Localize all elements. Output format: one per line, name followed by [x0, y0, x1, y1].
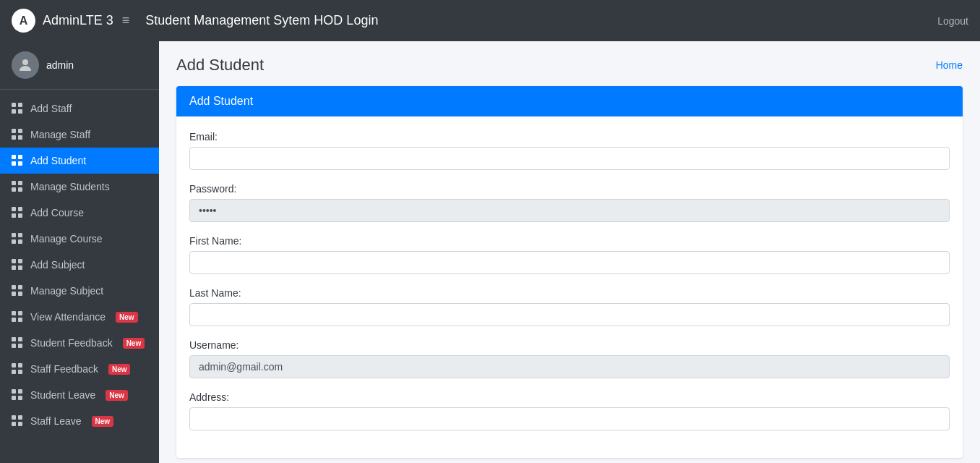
username-group: Username: [189, 339, 950, 378]
badge-new: New [92, 416, 114, 427]
sidebar-item-label: Add Subject [30, 259, 85, 271]
badge-new: New [123, 338, 145, 349]
grid-icon [12, 155, 23, 166]
password-label: Password: [189, 183, 950, 195]
grid-icon [12, 285, 23, 297]
sidebar-item-view-attendance[interactable]: View AttendanceNew [0, 304, 159, 330]
last-name-field[interactable] [189, 303, 950, 326]
badge-new: New [108, 364, 131, 375]
grid-icon [12, 337, 23, 349]
sidebar-item-label: Manage Course [30, 233, 103, 245]
navbar-title: Student Management Sytem HOD Login [145, 13, 378, 28]
address-group: Address: [189, 391, 950, 430]
password-group: Password: [189, 183, 950, 222]
breadcrumb-home[interactable]: Home [936, 59, 963, 71]
sidebar-item-add-student[interactable]: Add Student [0, 148, 159, 174]
sidebar-item-add-staff[interactable]: Add Staff [0, 95, 159, 122]
svg-point-0 [22, 59, 28, 65]
page-header: Add Student Home [176, 56, 963, 75]
sidebar-item-add-subject[interactable]: Add Subject [0, 252, 159, 278]
sidebar-user: admin [0, 41, 159, 90]
first-name-field[interactable] [189, 251, 950, 274]
sidebar: admin Add StaffManage StaffAdd StudentMa… [0, 41, 159, 463]
grid-icon [12, 311, 23, 323]
navbar: A AdminLTE 3 ≡ Student Management Sytem … [0, 0, 980, 41]
badge-new: New [106, 390, 128, 401]
sidebar-item-label: Manage Students [30, 181, 110, 192]
sidebar-item-manage-students[interactable]: Manage Students [0, 174, 159, 200]
last-name-label: Last Name: [189, 287, 950, 299]
menu-toggle-icon[interactable]: ≡ [122, 13, 130, 28]
grid-icon [12, 389, 23, 401]
sidebar-item-label: Add Student [30, 155, 86, 166]
card-body: Email: Password: First Name: Last Name: [176, 116, 963, 458]
sidebar-item-manage-course[interactable]: Manage Course [0, 226, 159, 252]
navbar-brand: A AdminLTE 3 [12, 9, 113, 33]
brand-logo: A [12, 9, 35, 33]
sidebar-item-add-course[interactable]: Add Course [0, 200, 159, 226]
grid-icon [12, 181, 23, 192]
sidebar-item-label: Add Staff [30, 103, 72, 114]
username-field[interactable] [189, 355, 950, 378]
sidebar-item-label: Staff Leave [30, 415, 82, 427]
sidebar-item-manage-subject[interactable]: Manage Subject [0, 278, 159, 304]
grid-icon [12, 207, 23, 218]
email-field[interactable] [189, 147, 950, 170]
email-group: Email: [189, 131, 950, 170]
card-header: Add Student [176, 86, 963, 116]
navbar-left: A AdminLTE 3 ≡ Student Management Sytem … [12, 9, 378, 33]
username-label: Username: [189, 339, 950, 351]
sidebar-item-student-feedback[interactable]: Student FeedbackNew [0, 330, 159, 356]
sidebar-item-label: Student Feedback [30, 337, 113, 349]
grid-icon [12, 129, 23, 140]
first-name-label: First Name: [189, 235, 950, 247]
sidebar-item-staff-leave[interactable]: Staff LeaveNew [0, 408, 159, 434]
sidebar-item-label: Student Leave [30, 389, 95, 401]
email-label: Email: [189, 131, 950, 143]
brand-name: AdminLTE 3 [43, 13, 113, 28]
grid-icon [12, 363, 23, 375]
logout-button[interactable]: Logout [937, 15, 968, 27]
grid-icon [12, 415, 23, 427]
grid-icon [12, 259, 23, 271]
address-label: Address: [189, 391, 950, 403]
sidebar-item-staff-feedback[interactable]: Staff FeedbackNew [0, 356, 159, 382]
main-content: Add Student Home Add Student Email: Pass… [159, 41, 980, 463]
sidebar-item-student-leave[interactable]: Student LeaveNew [0, 382, 159, 408]
sidebar-nav: Add StaffManage StaffAdd StudentManage S… [0, 90, 159, 440]
grid-icon [12, 103, 23, 114]
last-name-group: Last Name: [189, 287, 950, 326]
sidebar-item-label: Manage Staff [30, 129, 90, 140]
sidebar-item-label: Staff Feedback [30, 363, 98, 375]
page-title: Add Student [176, 56, 264, 75]
address-field[interactable] [189, 407, 950, 430]
grid-icon [12, 233, 23, 245]
username-display: admin [46, 59, 74, 71]
layout: admin Add StaffManage StaffAdd StudentMa… [0, 41, 980, 463]
first-name-group: First Name: [189, 235, 950, 274]
badge-new: New [116, 312, 138, 323]
sidebar-item-label: Manage Subject [30, 285, 103, 297]
add-student-card: Add Student Email: Password: First Name:… [176, 86, 963, 458]
sidebar-item-label: Add Course [30, 207, 84, 218]
sidebar-item-label: View Attendance [30, 311, 106, 323]
password-field[interactable] [189, 199, 950, 222]
sidebar-item-manage-staff[interactable]: Manage Staff [0, 122, 159, 148]
avatar [12, 51, 39, 79]
